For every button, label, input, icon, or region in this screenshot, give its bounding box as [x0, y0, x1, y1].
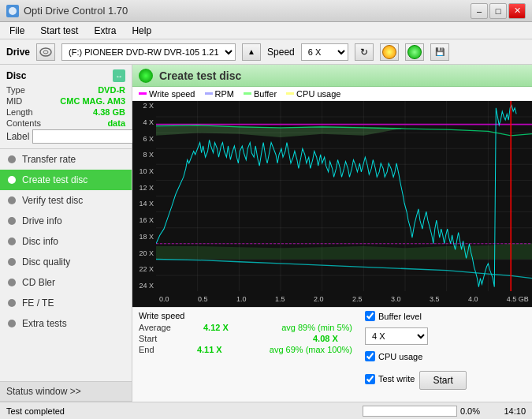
x-label-2: 2.0 — [314, 295, 324, 303]
average-value: 4.12 X — [203, 323, 243, 332]
sidebar-item-drive-info[interactable]: Drive info — [0, 211, 132, 231]
y-label-6: 6 X — [132, 136, 156, 143]
sidebar-item-disc-quality[interactable]: Disc quality — [0, 252, 132, 272]
x-label-15: 1.5 — [275, 295, 285, 303]
drive-info-dot — [8, 217, 16, 225]
x-label-4: 4.0 — [468, 295, 478, 303]
disc-title: Disc — [6, 70, 26, 81]
disc-label-label: Label — [6, 131, 29, 142]
length-label: Length — [6, 107, 33, 117]
sidebar-item-create-test-disc[interactable]: Create test disc — [0, 170, 132, 190]
menu-extra[interactable]: Extra — [87, 24, 122, 38]
menu-start-test[interactable]: Start test — [34, 24, 84, 38]
menu-bar: File Start test Extra Help — [0, 22, 532, 39]
drive-label: Drive — [6, 47, 30, 58]
sidebar-item-verify-test-disc[interactable]: Verify test disc — [0, 190, 132, 211]
nav-items: Transfer rate Create test disc Verify te… — [0, 149, 132, 381]
extra-tests-dot — [8, 320, 16, 327]
verify-test-disc-dot — [8, 196, 16, 204]
type-value: DVD-R — [98, 85, 125, 95]
burn-btn[interactable] — [405, 43, 424, 61]
y-axis: 24 X 22 X 20 X 18 X 16 X 14 X 12 X 10 X … — [132, 101, 156, 291]
x-label-05: 0.5 — [198, 295, 208, 303]
close-button[interactable]: ✕ — [508, 3, 526, 19]
y-label-24: 24 X — [132, 282, 156, 290]
progress-bar-outer — [363, 406, 457, 417]
x-label-1: 1.0 — [236, 295, 247, 303]
contents-label: Contents — [6, 118, 41, 128]
type-label: Type — [6, 85, 25, 95]
maximize-button[interactable]: □ — [489, 3, 507, 19]
end-label: End — [139, 345, 170, 354]
erase-btn[interactable] — [380, 43, 399, 61]
sidebar-item-disc-info[interactable]: Disc info — [0, 231, 132, 252]
y-label-8: 8 X — [132, 152, 156, 159]
right-stats: Buffer level 4 X CPU usage — [359, 308, 532, 379]
speed-select-2[interactable]: 4 X — [365, 327, 428, 345]
start-value: 4.08 X — [313, 334, 352, 343]
status-time: 14:10 — [486, 406, 526, 416]
x-label-45: 4.5 GB — [507, 295, 529, 303]
start-button[interactable]: Start — [419, 371, 466, 390]
cpu-usage-check[interactable]: CPU usage — [365, 351, 422, 361]
y-label-16: 16 X — [132, 217, 156, 224]
status-window-btn[interactable]: Status window >> — [0, 381, 132, 402]
sidebar-item-transfer-rate[interactable]: Transfer rate — [0, 149, 132, 170]
end-value: 4.11 X — [197, 345, 236, 354]
y-label-22: 22 X — [132, 266, 156, 273]
drive-select[interactable]: (F:) PIONEER DVD-RW DVR-105 1.21 — [61, 43, 236, 61]
chart-svg — [156, 101, 532, 291]
sidebar-item-extra-tests[interactable]: Extra tests — [0, 313, 132, 334]
menu-file[interactable]: File — [3, 24, 31, 38]
disc-info-dot — [8, 238, 16, 245]
test-write-checkbox[interactable] — [365, 374, 375, 384]
end-row: End 4.11 X avg 69% (max 100%) — [139, 345, 352, 354]
content-area: Create test disc Write speed RPM Buffer … — [132, 65, 532, 402]
app-icon — [6, 5, 19, 17]
contents-value: data — [107, 118, 125, 128]
drive-icon-btn[interactable] — [36, 43, 55, 61]
start-row: Start 4.08 X — [139, 334, 352, 343]
disc-label-input[interactable] — [32, 129, 146, 144]
legend-write-speed: Write speed — [139, 89, 195, 99]
legend-cpu-usage: CPU usage — [286, 89, 340, 99]
x-label-25: 2.5 — [352, 295, 363, 303]
length-value: 4.38 GB — [93, 107, 125, 117]
x-label-3: 3.0 — [391, 295, 401, 303]
svg-point-2 — [43, 51, 48, 54]
save-btn[interactable]: 💾 — [430, 43, 449, 61]
status-text: Test completed — [6, 406, 356, 416]
minimize-button[interactable]: – — [471, 3, 488, 19]
svg-point-1 — [40, 48, 51, 56]
x-label-35: 3.5 — [430, 295, 440, 303]
menu-help[interactable]: Help — [125, 24, 158, 38]
disc-refresh-btn[interactable]: ↔ — [113, 69, 125, 82]
buffer-level-check[interactable]: Buffer level — [365, 311, 422, 321]
y-label-18: 18 X — [132, 234, 156, 241]
y-label-12: 12 X — [132, 185, 156, 192]
speed-select[interactable]: 6 X — [301, 43, 348, 61]
write-speed-color — [139, 92, 147, 95]
test-write-check[interactable]: Test write — [365, 374, 415, 384]
y-label-2: 2 X — [132, 103, 156, 110]
content-header: Create test disc — [132, 65, 532, 87]
mid-value: CMC MAG. AM3 — [60, 96, 125, 106]
window-controls: – □ ✕ — [471, 3, 526, 19]
eject-button[interactable]: ▲ — [242, 43, 261, 61]
average-row: Average 4.12 X avg 89% (min 5%) — [139, 323, 352, 332]
buffer-color — [244, 92, 251, 95]
sidebar-item-cd-bler[interactable]: CD Bler — [0, 272, 132, 293]
sidebar-item-fe-te[interactable]: FE / TE — [0, 293, 132, 313]
chart-wrapper: 24 X 22 X 20 X 18 X 16 X 14 X 12 X 10 X … — [132, 101, 532, 307]
stats-row: Write speed Average 4.12 X avg 89% (min … — [132, 308, 532, 379]
bottom-area: Write speed Average 4.12 X avg 89% (min … — [132, 307, 532, 402]
cd-bler-dot — [8, 279, 16, 286]
y-label-14: 14 X — [132, 200, 156, 208]
save-icon: 💾 — [435, 47, 445, 56]
cpu-color — [286, 92, 294, 95]
disc-section: Disc ↔ Type DVD-R MID CMC MAG. AM3 Lengt… — [0, 65, 132, 149]
speed-refresh-btn[interactable]: ↻ — [355, 43, 374, 61]
buffer-level-checkbox[interactable] — [365, 311, 375, 321]
cpu-usage-checkbox[interactable] — [365, 351, 375, 361]
legend-rpm: RPM — [205, 89, 234, 99]
